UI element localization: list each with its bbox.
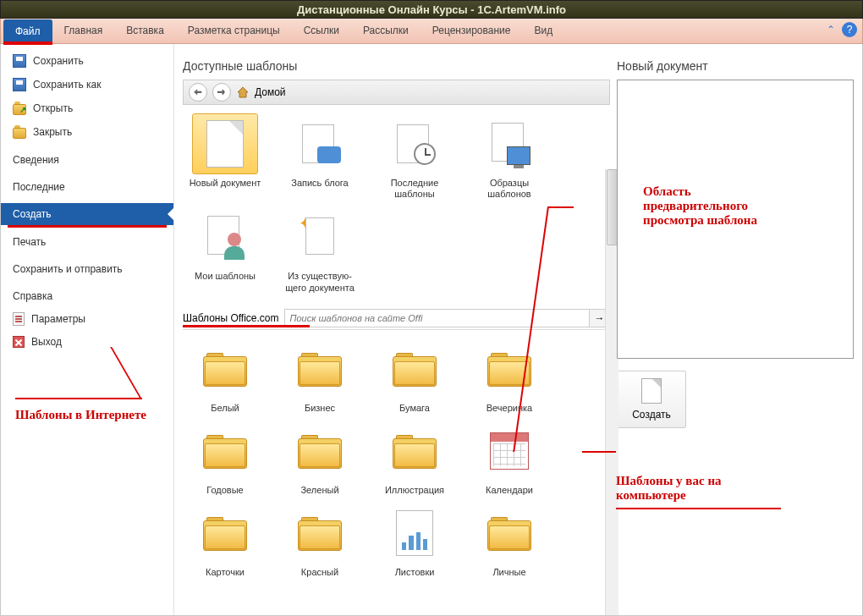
breadcrumb-home[interactable]: Домой [255,86,286,98]
tab-insert[interactable]: Вставка [114,19,176,43]
folder-label: Вечеринка [467,403,552,414]
nav-label: Выход [31,336,62,348]
template-label: Запись блога [278,178,362,189]
template-my[interactable]: Мои шаблоны [183,206,267,293]
template-folder[interactable]: Красный [278,503,362,578]
template-label: Мои шаблоны [183,271,267,282]
folder-label: Листовки [372,567,457,578]
local-templates-grid: Новый документ Запись блога Последние ша… [183,105,610,302]
save-as-icon [13,78,26,91]
folder-label: Бизнес [278,403,362,414]
tab-file[interactable]: Файл [3,19,52,43]
template-new-document[interactable]: Новый документ [183,113,267,200]
nav-label: Закрыть [33,126,72,138]
tab-layout[interactable]: Разметка страницы [176,19,292,43]
nav-label: Сохранить и отправить [13,263,123,275]
nav-create[interactable]: Создать [1,203,173,225]
close-icon [13,125,26,139]
home-icon[interactable] [236,85,250,99]
nav-save-send[interactable]: Сохранить и отправить [1,258,173,280]
office-templates-header: Шаблоны Office.com → [183,305,610,330]
templates-heading: Доступные шаблоны [183,59,610,73]
tab-mailings[interactable]: Рассылки [351,19,421,43]
options-icon [13,312,25,326]
templates-panel: Доступные шаблоны 🠘 🠚 Домой Новый докуме… [183,59,610,615]
save-icon [13,54,26,68]
tab-view[interactable]: Вид [522,19,564,43]
office-section-label: Шаблоны Office.com [183,312,279,324]
office-templates-grid: БелыйБизнесБумагаВечеринкаГодовыеЗеленый… [183,330,610,587]
nav-label: Сохранить как [33,79,101,91]
nav-back-button[interactable]: 🠘 [189,83,207,102]
create-button-label: Создать [632,409,671,421]
nav-label: Сохранить [33,55,84,67]
minimize-ribbon-icon[interactable]: ⌃ [823,22,838,37]
template-folder[interactable]: Карточки [183,503,267,578]
template-folder[interactable]: Иллюстрация [372,421,457,496]
template-label: Новый документ [183,178,267,189]
folder-label: Календари [467,485,552,496]
nav-exit[interactable]: Выход [1,331,173,353]
nav-print[interactable]: Печать [1,231,173,253]
folder-label: Годовые [183,485,267,496]
template-recent[interactable]: Последние шаблоны [372,113,457,200]
annotation-underline [8,225,167,228]
backstage-nav: Сохранить Сохранить как ↗ Открыть Закрыт… [1,44,174,615]
nav-info[interactable]: Сведения [1,149,173,171]
nav-close[interactable]: Закрыть [1,120,173,144]
nav-save-as[interactable]: Сохранить как [1,73,173,96]
folder-label: Личные [467,567,552,578]
nav-label: Печать [13,236,46,248]
folder-label: Иллюстрация [372,485,457,496]
nav-recent[interactable]: Последние [1,176,173,198]
folder-label: Зеленый [278,485,362,496]
template-samples[interactable]: Образцы шаблонов [467,113,552,200]
nav-save[interactable]: Сохранить [1,49,173,73]
help-icon[interactable]: ? [842,22,857,37]
tab-references[interactable]: Ссылки [292,19,351,43]
template-from-existing[interactable]: ✦ Из существую- щего документа [278,206,362,293]
nav-open[interactable]: ↗ Открыть [1,96,173,120]
templates-nav-bar: 🠘 🠚 Домой [183,80,610,105]
title-bar: Дистанционные Онлайн Курсы - 1C.ArtemVM.… [0,0,863,19]
template-folder[interactable]: Вечеринка [467,338,552,414]
folder-label: Бумага [372,403,457,414]
nav-label: Сведения [13,154,59,166]
template-folder[interactable]: Листовки [372,503,457,578]
folder-label: Белый [183,403,267,414]
template-folder[interactable]: Бумага [372,338,457,414]
template-blog-post[interactable]: Запись блога [278,113,362,200]
nav-label: Параметры [31,313,85,325]
nav-forward-button[interactable]: 🠚 [212,83,231,102]
nav-options[interactable]: Параметры [1,307,173,331]
nav-label: Открыть [33,102,73,114]
folder-label: Красный [278,567,362,578]
ribbon: Файл Главная Вставка Разметка страницы С… [0,19,863,44]
nav-label: Справка [13,290,52,302]
nav-label: Последние [13,181,65,193]
document-icon [641,378,662,404]
template-folder[interactable]: Зеленый [278,421,362,496]
template-folder[interactable]: Годовые [183,421,267,496]
template-folder[interactable]: Календари [467,421,552,496]
nav-label: Создать [13,208,52,220]
template-folder[interactable]: Бизнес [278,338,362,414]
tab-review[interactable]: Рецензирование [421,19,523,43]
preview-area [617,80,854,359]
create-button[interactable]: Создать [617,371,686,428]
template-folder[interactable]: Белый [183,338,267,414]
template-folder[interactable]: Личные [467,503,552,578]
exit-icon [13,336,25,348]
preview-panel: Новый документ Создать [617,59,854,615]
open-icon: ↗ [13,102,26,115]
template-label: Из существую- щего документа [278,271,362,293]
search-templates-input[interactable] [284,309,590,327]
nav-help[interactable]: Справка [1,285,173,307]
tab-home[interactable]: Главная [52,19,115,43]
preview-heading: Новый документ [617,59,854,73]
template-label: Образцы шаблонов [467,178,552,200]
folder-label: Карточки [183,567,267,578]
template-label: Последние шаблоны [372,178,457,200]
